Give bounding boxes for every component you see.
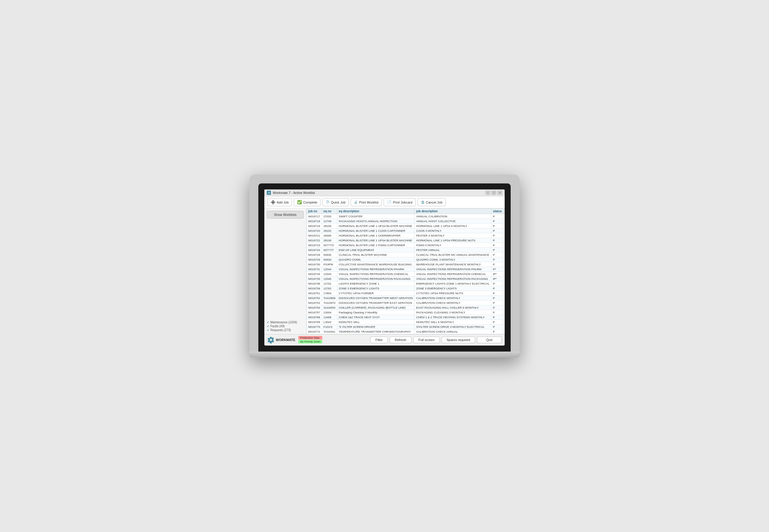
fullscreen-button[interactable]: Full screen <box>413 337 440 343</box>
table-row[interactable]: M01973912762ZONE 3 EMERGENCY LIGHTSZONE … <box>307 286 505 291</box>
header-status: status <box>491 209 503 214</box>
table-row[interactable]: M01971928100HORMONAL BLISTER LINE 1 UPS4… <box>307 224 505 228</box>
table-row[interactable]: M01975431434/03CHILLER (CARRIER), PACKAG… <box>307 305 505 310</box>
table-cell: M019720 <box>307 228 322 233</box>
quick-job-icon: ⏱ <box>325 200 329 204</box>
table-cell: END OF LINE EQUIPMENT <box>337 248 415 252</box>
refresh-button[interactable]: Refresh <box>390 337 412 343</box>
table-row[interactable]: M01971727020SWIFT COUNTERANNUAL CALIBRAT… <box>307 214 505 219</box>
table-cell: 02/11/2021 <box>504 233 505 238</box>
table-cell: 12044 <box>322 267 337 272</box>
table-cell: F101/3 <box>322 325 337 329</box>
table-cell: IP* <box>491 272 503 277</box>
close-button[interactable]: × <box>498 191 502 195</box>
table-row[interactable]: M019730PS3PMCOLLECTIVE MAINTENANCE WAREH… <box>307 262 505 267</box>
table-row[interactable]: M019753TAG2870DISSOLVED OXYGEN TRANSMITT… <box>307 301 505 305</box>
complete-label: Complete <box>303 201 317 204</box>
print-worklist-button[interactable]: 🖨 Print Worklist <box>350 198 382 206</box>
sidebar: Show Worklists ✔ Maintenance (1034) ✔ Fa… <box>264 208 306 334</box>
table-cell: M019723 <box>307 243 322 248</box>
table-row[interactable]: M01972850935CLINICAL TRIAL BLISTER MACHI… <box>307 252 505 257</box>
table-cell: P* <box>491 267 503 272</box>
table-cell: 27020 <box>322 214 337 219</box>
maximize-button[interactable]: □ <box>492 191 496 195</box>
window-title: Workmate 7 - Active Worklist <box>273 191 315 195</box>
table-cell: 04/11/2021 <box>504 257 505 262</box>
table-row[interactable]: M01975117854CYTOTEC UPS4 FORMERCYTOTEC U… <box>307 291 505 296</box>
print-worklist-icon: 🖨 <box>354 200 358 204</box>
add-job-label: Add Job <box>277 201 289 204</box>
table-cell: P <box>491 310 503 315</box>
table-cell: HORMONAL BLISTER LINE 1 UPS4 BLISTER MAC… <box>337 238 415 243</box>
table-row[interactable]: M01972128305HORMONAL BLISTER LINE 1 OVER… <box>307 233 505 238</box>
print-jobcard-button[interactable]: 📄 Print Jobcard <box>383 198 416 206</box>
table-cell: M019734 <box>307 272 322 277</box>
table-cell: KEMUTEC MILL <box>337 320 415 325</box>
table-cell: EMERGENCY LIGHTS ZONE 1 MONTHLY ELECTRIC… <box>415 281 491 286</box>
table-cell: 50777/3 <box>322 243 337 248</box>
complete-button[interactable]: ✅ Complete <box>294 198 320 206</box>
table-cell: ZONE 3 EMERGENCY LIGHTS <box>337 286 415 291</box>
laptop-base <box>249 352 520 358</box>
table-area[interactable]: job no eq no eq description job descript… <box>306 208 505 334</box>
header-job-no: job no <box>307 209 322 214</box>
table-cell: M019754 <box>307 305 322 310</box>
table-cell: P <box>491 238 503 243</box>
table-cell: M019721 <box>307 233 322 238</box>
table-row[interactable]: M01972228100HORMONAL BLISTER LINE 1 UPS4… <box>307 238 505 243</box>
table-row[interactable]: M01973812761LIGHTS EMERGENCY ZONE 1EMERG… <box>307 281 505 286</box>
table-row[interactable]: M01973512045VISUAL INSPECTIONS REFRIGERA… <box>307 277 505 281</box>
table-row[interactable]: M019772TAG0341TEMPERATURE TRANSMITTER CH… <box>307 329 505 334</box>
table-row[interactable]: M01976812468CHEM 1&2 TRACE HEAT SYSTCHEM… <box>307 315 505 320</box>
table-row[interactable]: M01975713004Packaging Cleaning 3 Monthly… <box>307 310 505 315</box>
table-row[interactable]: M01972950934QUADRO COMILQUADRO COMIL 3 M… <box>307 257 505 262</box>
table-cell: ANNUAL CALIBRATION <box>415 214 491 219</box>
cancel-job-label: Cancel Job <box>426 201 443 204</box>
table-cell: 28100 <box>322 238 337 243</box>
laptop-screen: ⚙ Workmate 7 - Active Worklist − □ × ➕ A… <box>264 189 505 346</box>
table-cell: 09/11/2021 <box>504 305 505 310</box>
table-row[interactable]: M019769L3042KEMUTEC MILLKEMUTEC MILL 6 M… <box>307 320 505 325</box>
table-cell: M019738 <box>307 281 322 286</box>
table-cell: SWIFT COUNTER <box>337 214 415 219</box>
table-cell: 02/11/2021 <box>504 238 505 243</box>
table-row[interactable]: M019752TAG2869DISSOLVED OXYGEN TRANSMITT… <box>307 296 505 301</box>
show-worklists-button[interactable]: Show Worklists <box>267 211 304 219</box>
table-row[interactable]: M01973112044VISUAL INSPECTIONS REFRIGERA… <box>307 267 505 272</box>
table-cell: P <box>491 233 503 238</box>
production-stop-label: Production Stop <box>298 336 322 340</box>
table-cell: P <box>491 291 503 296</box>
title-bar: ⚙ Workmate 7 - Active Worklist − □ × <box>264 189 505 196</box>
table-cell: P <box>491 262 503 267</box>
filter-button[interactable]: Filter <box>370 337 388 343</box>
table-cell: 31434/03 <box>322 305 337 310</box>
table-row[interactable]: M01971812749PACKAGING HOISTS ANNUAL INSP… <box>307 219 505 224</box>
spares-required-button[interactable]: Spares required <box>442 337 475 343</box>
table-cell: S'FILTER SCREW DRIVE 3 MONTHLY ELECTRICA… <box>415 325 491 329</box>
table-cell: VISUAL INSPECTIONS REFRIGERATION CHEMICA… <box>337 272 415 277</box>
minimize-button[interactable]: − <box>486 191 490 195</box>
quit-button[interactable]: Quit <box>477 337 502 343</box>
table-cell: TAG0341 <box>322 329 337 334</box>
table-row[interactable]: M01972028102HORMONAL BLISTER LINE 1 C220… <box>307 228 505 233</box>
table-cell: TEMPERATURE TRANSMITTER CHROMOTOGRAPHY <box>337 329 415 334</box>
print-jobcard-icon: 📄 <box>387 200 392 204</box>
table-cell: M019718 <box>307 219 322 224</box>
table-cell: 02/11/2021 <box>504 243 505 248</box>
quick-job-button[interactable]: ⏱ Quick Job <box>322 198 349 206</box>
table-cell: PACKAGING CLEANING 3 MONTHLY <box>415 310 491 315</box>
cancel-job-button[interactable]: 🗑 Cancel Job <box>418 198 446 206</box>
table-row[interactable]: M01972450777/7END OF LINE EQUIPMENTPESTE… <box>307 248 505 252</box>
table-cell: P <box>491 219 503 224</box>
add-job-button[interactable]: ➕ Add Job <box>267 198 292 206</box>
table-cell: P <box>491 257 503 262</box>
table-row[interactable]: M019770F101/3'S' FILTER SCREW DRIVERS'FI… <box>307 325 505 329</box>
table-row[interactable]: M01972350777/3HORMONAL BLISTER LINE 2 P3… <box>307 243 505 248</box>
sidebar-spacer <box>267 220 304 319</box>
table-cell: Packaging Cleaning 3 Monthly <box>337 310 415 315</box>
table-cell: HORMONAL BLISTER LINE 1 OVERWRAPPER <box>337 233 415 238</box>
table-cell: CALIBRATION CHECK ANNUAL <box>415 329 491 334</box>
table-cell: 12749 <box>322 219 337 224</box>
table-row[interactable]: M01973412043VISUAL INSPECTIONS REFRIGERA… <box>307 272 505 277</box>
table-cell: CHEM 1 & 2 TRACE HEATING SYSTEMS MONTHLY <box>415 315 491 320</box>
